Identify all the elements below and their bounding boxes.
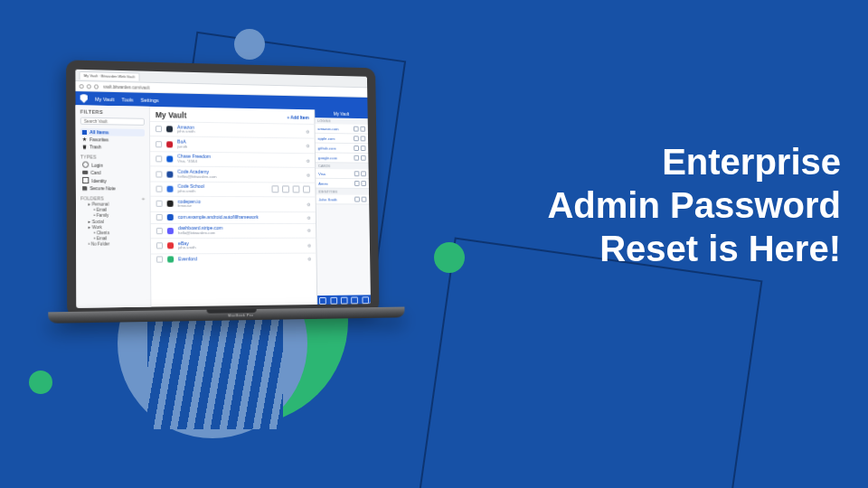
ext-launch-icon[interactable] [361,145,366,151]
row-gear-icon[interactable]: ⚙ [307,215,310,221]
ext-item[interactable]: apple.com [316,134,369,145]
vault-row[interactable]: Chase FreedomVisa, *4564⚙ [150,151,315,167]
vault-row[interactable]: Evenford⚙ [151,252,316,265]
row-checkbox[interactable] [156,186,162,192]
ext-copy-icon[interactable] [354,127,359,132]
globe-icon [82,162,89,168]
vault-row[interactable]: BoAjsmith⚙ [150,136,315,153]
sidebar-label-card: Card [90,170,100,175]
site-favicon [167,256,174,262]
laptop: My Vault · Bitwarden Web Vault My Vault … [66,60,406,385]
ext-item[interactable]: github.com [316,144,369,154]
row-gear-icon[interactable]: ⚙ [307,242,311,248]
headline-line-2: Admin Password [479,183,841,227]
reload-icon[interactable] [94,84,99,89]
folder-nofolder[interactable]: • No Folder [80,242,146,249]
search-input[interactable] [80,117,145,126]
row-checkbox[interactable] [156,256,163,262]
ext-item-name: Visa [318,171,326,175]
vault-row[interactable]: Code Academyhellos@bitwarden.com⚙ [150,166,315,183]
copy-user-icon[interactable] [272,186,279,193]
ext-item-name: amazon.com [317,126,338,130]
ext-item-name: google.com [318,155,337,160]
trash-icon [82,145,87,149]
vault-row[interactable]: codepen.iobmouse⚙ [151,196,316,211]
ext-settings-icon[interactable] [362,296,369,304]
card-icon [82,171,88,174]
ext-copy-icon[interactable] [354,136,359,141]
ext-item[interactable]: John Smith [316,194,370,204]
add-item-button[interactable]: + Add Item [287,115,308,120]
row-gear-icon[interactable]: ⚙ [307,158,310,164]
more-icon[interactable] [303,186,310,193]
ext-copy-icon[interactable] [354,155,359,161]
ext-copy-icon[interactable] [354,145,359,151]
sidebar-label-trash: Trash [90,144,101,149]
ext-vault-icon[interactable] [330,297,337,305]
ext-item[interactable]: google.com [316,153,369,163]
row-subtitle: hellos@bitwarden.com [177,174,216,179]
ext-launch-icon[interactable] [361,155,366,161]
nav-settings[interactable]: Settings [141,97,159,102]
page-title: My Vault [156,110,186,120]
row-checkbox[interactable] [156,214,163,221]
ext-copy-icon[interactable] [354,171,360,176]
nav-tools[interactable]: Tools [121,97,133,102]
row-checkbox[interactable] [156,228,163,234]
extension-panel: My Vault LOGINS amazon.comapple.comgithu… [314,109,371,306]
browser-tab[interactable]: My Vault · Bitwarden Web Vault [79,70,139,80]
row-checkbox[interactable] [156,141,162,147]
sidebar-item-trash[interactable]: Trash [80,143,145,151]
sidebar-label-note: Secure Note [90,185,115,191]
sidebar-item-identity[interactable]: Identity [80,176,145,185]
row-gear-icon[interactable]: ⚙ [307,228,311,233]
ext-send-icon[interactable] [341,297,348,305]
forward-icon[interactable] [87,84,91,89]
ext-generator-icon[interactable] [352,296,359,304]
ext-item[interactable]: Amex [316,179,369,189]
row-gear-icon[interactable]: ⚙ [306,128,309,134]
row-checkbox[interactable] [156,171,162,177]
vault-row[interactable]: dashboard.stripe.comhello@bitwarden.com⚙ [151,223,316,239]
ext-tab-icon[interactable] [319,297,326,305]
row-checkbox[interactable] [156,155,162,162]
ext-launch-icon[interactable] [361,181,366,186]
sidebar-label-fav: Favorites [90,136,108,142]
laptop-screen: My Vault · Bitwarden Web Vault My Vault … [75,70,371,308]
ext-launch-icon[interactable] [361,171,366,176]
row-subtitle: john.smith [178,190,205,194]
launch-icon[interactable] [293,186,300,193]
ext-item[interactable]: Visa [316,169,369,179]
site-favicon [167,214,174,221]
row-gear-icon[interactable]: ⚙ [306,144,309,149]
nav-vault[interactable]: My Vault [95,96,114,101]
row-gear-icon[interactable]: ⚙ [307,173,310,178]
item-list: Amazonjohn.smith⚙BoAjsmith⚙Chase Freedom… [150,121,316,308]
sidebar-label-login: Login [91,162,103,167]
add-folder-icon[interactable]: + [142,196,146,202]
site-favicon [166,126,173,132]
row-gear-icon[interactable]: ⚙ [307,202,310,207]
site-favicon [166,141,173,147]
types-label: TYPES [80,154,145,160]
ext-launch-icon[interactable] [361,136,366,141]
row-checkbox[interactable] [156,201,163,207]
row-checkbox[interactable] [156,243,163,249]
row-gear-icon[interactable]: ⚙ [307,256,311,261]
vault-row[interactable]: com.example.android.autofillframework⚙ [151,211,316,222]
site-favicon [166,186,173,192]
ext-item[interactable]: amazon.com [315,124,368,135]
sidebar-item-note[interactable]: Secure Note [80,184,145,192]
deco-circle-green-2 [434,242,465,273]
deco-square-2 [417,238,763,488]
vault-row[interactable]: Code Schooljohn.smith [150,181,315,196]
vault-row[interactable]: eBayjohn.smith⚙ [151,238,316,253]
ext-launch-icon[interactable] [362,197,367,202]
copy-pass-icon[interactable] [282,186,289,193]
ext-copy-icon[interactable] [354,197,360,202]
back-icon[interactable] [80,84,84,89]
ext-copy-icon[interactable] [354,181,360,186]
ext-launch-icon[interactable] [360,127,365,132]
app-body: FILTERS All Items Favorites Trash TYPES … [76,105,371,307]
row-checkbox[interactable] [156,126,162,132]
